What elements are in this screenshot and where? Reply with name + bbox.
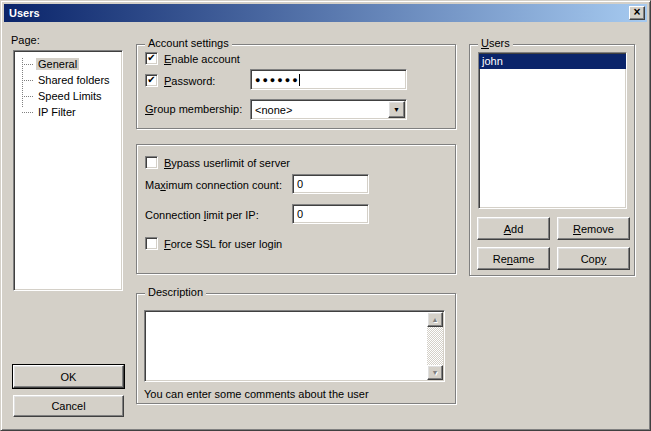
description-hint: You can enter some comments about the us… bbox=[144, 388, 369, 400]
scroll-down-button[interactable]: ▼ bbox=[427, 365, 443, 380]
remove-user-button[interactable]: Remove bbox=[557, 217, 630, 240]
users-dialog-window: Users × Page: General Shared folders Spe… bbox=[0, 0, 651, 431]
users-group: Users john Add Remove Rename Copy bbox=[469, 44, 635, 276]
user-list-item[interactable]: john bbox=[479, 54, 626, 69]
enable-account-checkbox[interactable]: ✔ bbox=[145, 52, 158, 65]
group-membership-value: <none> bbox=[255, 104, 292, 116]
ok-button-label: OK bbox=[61, 371, 77, 383]
tree-item-general[interactable]: General bbox=[14, 56, 122, 72]
page-tree: General Shared folders Speed Limits IP F… bbox=[13, 50, 123, 291]
connection-per-ip-label: Connection limit per IP: bbox=[145, 209, 259, 221]
copy-user-button[interactable]: Copy bbox=[557, 247, 630, 270]
max-connection-input[interactable] bbox=[292, 174, 369, 194]
force-ssl-checkbox[interactable] bbox=[145, 237, 158, 250]
tree-branch-line bbox=[22, 96, 33, 97]
check-icon: ✔ bbox=[147, 75, 155, 85]
text-caret bbox=[299, 74, 300, 86]
description-group: Description ▲ ▼ You can enter some comme… bbox=[136, 293, 456, 404]
tree-branch-line bbox=[22, 80, 33, 81]
group-membership-label: Group membership: bbox=[145, 103, 242, 115]
cancel-button-label: Cancel bbox=[51, 400, 85, 412]
password-input[interactable]: ●●●●●● bbox=[250, 69, 407, 90]
users-caption: Users bbox=[478, 37, 513, 49]
tree-branch-line bbox=[22, 112, 33, 113]
window-title: Users bbox=[9, 7, 40, 19]
bypass-userlimit-label: Bypass userlimit of server bbox=[164, 157, 290, 169]
check-icon: ✔ bbox=[147, 53, 155, 63]
vertical-scrollbar[interactable]: ▲ ▼ bbox=[427, 312, 443, 380]
rename-button-label: Rename bbox=[493, 253, 535, 265]
tree-item-speed-limits[interactable]: Speed Limits bbox=[14, 88, 122, 104]
add-user-button[interactable]: Add bbox=[477, 217, 550, 240]
tree-item-ip-filter[interactable]: IP Filter bbox=[14, 104, 122, 120]
dropdown-button[interactable]: ▼ bbox=[388, 101, 405, 118]
ok-button[interactable]: OK bbox=[13, 365, 124, 388]
connection-per-ip-input[interactable] bbox=[292, 204, 369, 224]
password-label: Password: bbox=[164, 75, 215, 87]
force-ssl-label: Force SSL for user login bbox=[164, 238, 282, 250]
titlebar[interactable]: Users × bbox=[4, 4, 647, 22]
password-checkbox[interactable]: ✔ bbox=[145, 74, 158, 87]
close-icon: × bbox=[633, 7, 640, 17]
cancel-button[interactable]: Cancel bbox=[13, 395, 124, 417]
password-value: ●●●●●● bbox=[255, 75, 300, 85]
scroll-up-button[interactable]: ▲ bbox=[427, 312, 443, 327]
bypass-userlimit-checkbox[interactable] bbox=[145, 156, 158, 169]
page-label: Page: bbox=[11, 34, 40, 46]
copy-button-label: Copy bbox=[581, 253, 607, 265]
tree-item-shared-folders[interactable]: Shared folders bbox=[14, 72, 122, 88]
rename-user-button[interactable]: Rename bbox=[477, 247, 550, 270]
max-connection-label: Maximum connection count: bbox=[145, 179, 282, 191]
arrow-up-icon: ▲ bbox=[432, 316, 439, 323]
limits-group: Bypass userlimit of server Maximum conne… bbox=[136, 144, 456, 274]
account-settings-caption: Account settings bbox=[145, 37, 232, 49]
add-button-label: Add bbox=[504, 223, 524, 235]
enable-account-label: Enable account bbox=[164, 53, 240, 65]
tree-branch-line bbox=[22, 64, 33, 65]
chevron-down-icon: ▼ bbox=[393, 106, 400, 113]
users-listbox[interactable]: john bbox=[478, 52, 627, 209]
arrow-down-icon: ▼ bbox=[432, 369, 439, 376]
account-settings-group: Account settings ✔ Enable account ✔ Pass… bbox=[136, 44, 456, 129]
close-button[interactable]: × bbox=[629, 6, 645, 20]
group-membership-select[interactable]: <none> ▼ bbox=[250, 99, 407, 120]
description-textarea[interactable]: ▲ ▼ bbox=[144, 310, 445, 382]
description-caption: Description bbox=[145, 286, 206, 298]
remove-button-label: Remove bbox=[573, 223, 614, 235]
